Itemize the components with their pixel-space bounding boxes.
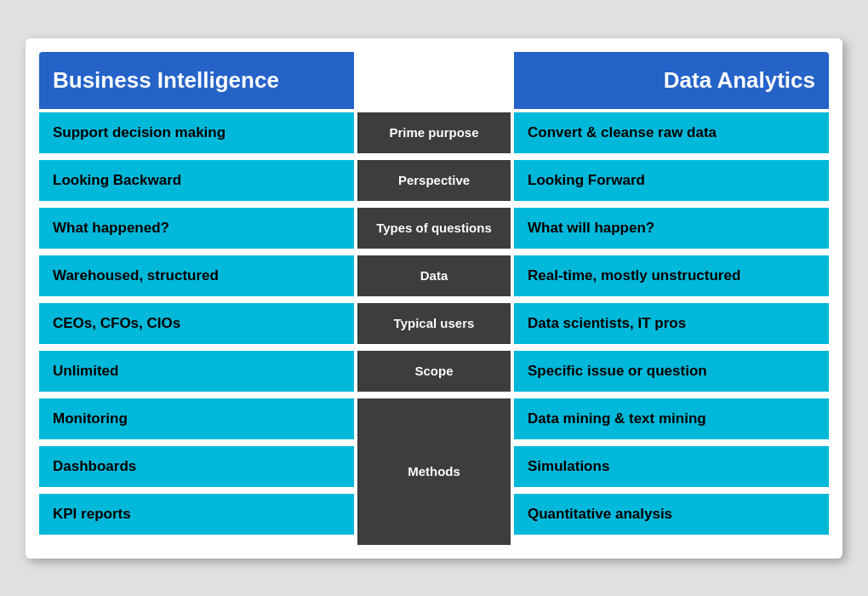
methods-da-item-0: Data mining & text mining [514, 398, 829, 439]
mid-cell-4: Typical users [357, 303, 511, 344]
methods-da-item-2: Quantitative analysis [514, 494, 829, 535]
methods-bi-col: MonitoringDashboardsKPI reports [39, 398, 354, 538]
bi-cell-1: Looking Backward [39, 160, 354, 201]
da-cell-1: Looking Forward [514, 160, 829, 201]
methods-mid-cell: Methods [357, 398, 511, 545]
mid-cell-3: Data [357, 255, 511, 296]
methods-da-col: Data mining & text miningSimulationsQuan… [514, 398, 829, 538]
bi-cell-0: Support decision making [39, 112, 354, 153]
da-cell-5: Specific issue or question [514, 351, 829, 392]
da-cell-3: Real-time, mostly unstructured [514, 255, 829, 296]
bi-cell-2: What happened? [39, 208, 354, 249]
methods-bi-item-1: Dashboards [39, 446, 354, 487]
mid-cell-5: Scope [357, 351, 511, 392]
da-cell-2: What will happen? [514, 208, 829, 249]
comparison-card: Business Intelligence Data Analytics Sup… [26, 38, 842, 559]
methods-da-item-1: Simulations [514, 446, 829, 487]
bi-cell-5: Unlimited [39, 351, 354, 392]
da-cell-0: Convert & cleanse raw data [514, 112, 829, 153]
bi-cell-3: Warehoused, structured [39, 255, 354, 296]
bi-header: Business Intelligence [39, 52, 354, 109]
da-header: Data Analytics [514, 52, 829, 109]
methods-bi-item-2: KPI reports [39, 494, 354, 535]
mid-cell-1: Perspective [357, 160, 511, 201]
mid-header-spacer [357, 52, 511, 109]
mid-cell-0: Prime purpose [357, 112, 511, 153]
da-cell-4: Data scientists, IT pros [514, 303, 829, 344]
bi-cell-4: CEOs, CFOs, CIOs [39, 303, 354, 344]
methods-bi-item-0: Monitoring [39, 398, 354, 439]
mid-cell-2: Types of questions [357, 208, 511, 249]
